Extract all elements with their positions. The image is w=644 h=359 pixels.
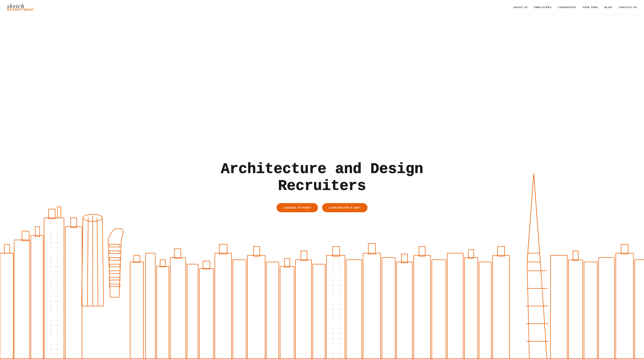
svg-line-13 xyxy=(102,218,104,306)
svg-rect-19 xyxy=(110,251,120,254)
looking-to-hire-button[interactable]: LOOKING TO HIRE? xyxy=(276,203,318,212)
svg-rect-30 xyxy=(170,258,186,359)
svg-rect-72 xyxy=(584,262,597,359)
nav-contact-us[interactable]: CONTACT US xyxy=(619,6,637,9)
svg-rect-71 xyxy=(573,251,578,261)
svg-rect-49 xyxy=(363,253,381,359)
svg-rect-35 xyxy=(215,253,232,359)
svg-rect-62 xyxy=(498,247,504,256)
svg-rect-18 xyxy=(110,244,120,247)
svg-rect-37 xyxy=(233,260,246,359)
svg-rect-41 xyxy=(280,266,294,359)
svg-rect-10 xyxy=(70,218,77,228)
svg-rect-54 xyxy=(414,255,430,359)
svg-rect-34 xyxy=(203,261,210,269)
svg-rect-21 xyxy=(110,264,120,267)
nav-about-us[interactable]: ABOUT US xyxy=(513,6,528,9)
svg-rect-7 xyxy=(48,209,55,219)
svg-rect-73 xyxy=(598,258,614,359)
svg-rect-24 xyxy=(110,284,120,287)
site-header: sketch recruitment ABOUT US EMPLOYERS CA… xyxy=(0,0,644,14)
nav-candidates[interactable]: CANDIDATES xyxy=(558,6,576,9)
site-logo[interactable]: sketch recruitment xyxy=(7,3,34,11)
city-skyline-illustration xyxy=(0,126,644,359)
svg-rect-75 xyxy=(621,244,628,254)
svg-rect-70 xyxy=(568,260,583,359)
logo-recruitment-text: recruitment xyxy=(7,8,34,11)
svg-rect-42 xyxy=(284,258,290,267)
svg-rect-27 xyxy=(146,253,155,359)
svg-rect-48 xyxy=(346,260,362,359)
nav-employers[interactable]: EMPLOYERS xyxy=(534,6,552,9)
svg-rect-6 xyxy=(44,218,64,359)
svg-rect-28 xyxy=(156,266,169,359)
svg-rect-0 xyxy=(0,253,13,359)
svg-rect-9 xyxy=(65,227,82,359)
svg-line-15 xyxy=(88,218,88,306)
svg-rect-74 xyxy=(616,253,634,359)
svg-line-17 xyxy=(97,218,98,306)
svg-rect-23 xyxy=(110,278,120,280)
svg-rect-1 xyxy=(4,244,10,253)
svg-rect-3 xyxy=(22,231,29,241)
svg-rect-56 xyxy=(432,260,446,359)
svg-rect-29 xyxy=(160,260,165,267)
svg-rect-26 xyxy=(134,255,140,263)
svg-rect-55 xyxy=(419,247,425,256)
svg-rect-59 xyxy=(468,250,474,258)
svg-rect-8 xyxy=(57,207,61,218)
svg-rect-53 xyxy=(401,254,408,263)
svg-rect-36 xyxy=(219,244,227,254)
svg-rect-4 xyxy=(31,236,43,359)
svg-rect-20 xyxy=(110,258,120,260)
svg-rect-58 xyxy=(464,258,478,359)
nav-blog[interactable]: BLOG xyxy=(604,6,612,9)
hero-buttons: LOOKING TO HIRE? LOOKING FOR A JOB? xyxy=(276,203,368,212)
svg-rect-40 xyxy=(266,262,279,359)
hero-title: Architecture and Design Recruiters xyxy=(221,161,423,194)
svg-rect-5 xyxy=(35,227,40,236)
svg-rect-25 xyxy=(130,262,143,359)
svg-rect-39 xyxy=(254,247,260,256)
looking-for-job-button[interactable]: LOOKING FOR A JOB? xyxy=(322,203,368,212)
svg-rect-69 xyxy=(550,255,567,359)
svg-rect-38 xyxy=(248,255,265,359)
hero-section: Architecture and Design Recruiters LOOKI… xyxy=(0,0,644,359)
svg-rect-46 xyxy=(326,255,345,359)
svg-rect-45 xyxy=(313,264,325,359)
svg-rect-32 xyxy=(187,264,198,359)
svg-rect-43 xyxy=(296,260,312,359)
main-nav: ABOUT US EMPLOYERS CANDIDATES VIEW JOBS … xyxy=(513,6,637,9)
svg-rect-52 xyxy=(396,262,412,359)
hero-title-line2: Recruiters xyxy=(278,178,366,194)
hero-title-line1: Architecture and Design xyxy=(221,161,423,177)
svg-rect-31 xyxy=(174,249,181,258)
nav-view-jobs[interactable]: VIEW JOBS xyxy=(582,6,598,9)
svg-rect-22 xyxy=(110,271,120,273)
svg-rect-57 xyxy=(447,253,463,359)
svg-rect-50 xyxy=(368,243,376,254)
svg-rect-61 xyxy=(493,255,510,359)
svg-rect-2 xyxy=(14,240,30,359)
svg-rect-47 xyxy=(332,247,340,256)
svg-rect-44 xyxy=(301,251,307,261)
svg-rect-76 xyxy=(635,260,644,359)
svg-rect-60 xyxy=(479,262,491,359)
svg-rect-51 xyxy=(382,258,395,359)
svg-rect-33 xyxy=(199,269,214,359)
